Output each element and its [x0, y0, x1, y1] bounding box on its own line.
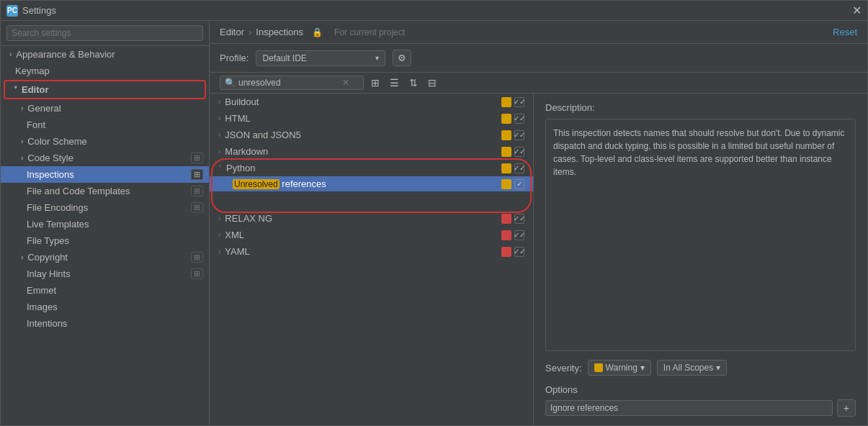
sidebar-item-images[interactable]: Images	[1, 299, 209, 315]
filter-button[interactable]: ⊞	[368, 76, 382, 90]
inspection-checkbox[interactable]: ✓	[514, 163, 524, 173]
reset-button[interactable]: Reset	[833, 27, 857, 37]
scope-select[interactable]: In All Scopes ▾	[657, 360, 727, 376]
inspection-buildout[interactable]: › Buildout ✓	[210, 94, 533, 110]
sidebar-item-label: Intentions	[27, 318, 67, 329]
sidebar-item-label: Keymap	[15, 65, 50, 76]
severity-color-indicator	[501, 97, 511, 107]
main-panel: Editor › Inspections 🔒 For current proje…	[210, 21, 867, 425]
inspection-json[interactable]: › JSON and JSON5 ✓	[210, 127, 533, 143]
add-option-button[interactable]: +	[837, 399, 856, 417]
badge-icon: ⊞	[191, 153, 203, 163]
severity-color-indicator	[501, 147, 511, 157]
sidebar-item-copyright[interactable]: › Copyright ⊞	[1, 249, 209, 266]
badge-icon: ⊞	[191, 252, 203, 263]
inspection-label: YAML	[225, 246, 498, 257]
sidebar-item-label: General	[27, 103, 61, 114]
inspection-python[interactable]: ˅ Python ✓	[210, 160, 533, 176]
sidebar-item-intentions[interactable]: Intentions	[1, 315, 209, 332]
sidebar-item-label: Copyright	[27, 252, 68, 263]
toolbar-row: 🔍 ✕ ⊞ ☰ ⇅ ⊟	[210, 73, 867, 94]
severity-color-indicator	[501, 179, 511, 189]
ignore-references-input[interactable]	[545, 400, 833, 416]
chevron-right-icon: ›	[21, 137, 23, 145]
inspection-relax-ng[interactable]: › RELAX NG ✓	[210, 210, 533, 227]
inspections-list: › Buildout ✓ › HTML ✓ ›	[210, 94, 534, 425]
sidebar-item-label: Editor	[22, 84, 49, 95]
clear-icon[interactable]: ✕	[342, 78, 349, 88]
inspection-yaml[interactable]: › YAML ✓	[210, 243, 533, 260]
sidebar-item-file-types[interactable]: File Types	[1, 232, 209, 249]
collapse-button[interactable]: ⊟	[425, 76, 439, 90]
sidebar-item-live-templates[interactable]: Live Templates	[1, 216, 209, 232]
close-button[interactable]: ✕	[852, 4, 862, 17]
severity-row: Severity: Warning ▾ In All Scopes ▾	[545, 360, 856, 376]
description-text: This inspection detects names that shoul…	[545, 119, 856, 351]
inspection-checkbox[interactable]: ✓	[514, 97, 524, 107]
inspection-checkbox[interactable]: ✓	[514, 247, 524, 257]
profile-row: Profile: Default IDE ▾ ⚙	[210, 44, 867, 73]
sidebar-item-label: Font	[27, 119, 45, 130]
inspection-label: Markdown	[225, 146, 498, 157]
severity-color-indicator	[501, 214, 511, 224]
inspection-unresolved-refs[interactable]: Unresolved references ✓	[210, 176, 533, 191]
sidebar-item-general[interactable]: › General	[1, 100, 209, 117]
options-input-row: +	[545, 399, 856, 417]
inspection-checkbox[interactable]: ✓	[514, 230, 524, 240]
sidebar-item-label: Code Style	[27, 153, 73, 163]
profile-value: Default IDE	[262, 53, 306, 63]
chevron-down-icon: ▾	[375, 54, 379, 62]
inspection-label: Python	[226, 163, 498, 173]
chevron-down-icon: ▾	[716, 363, 720, 373]
chevron-right-icon: ›	[218, 114, 220, 122]
inspection-checkbox[interactable]: ✓	[514, 114, 524, 124]
window-title: Settings	[22, 5, 56, 16]
gear-button[interactable]: ⚙	[393, 50, 411, 66]
sidebar-item-keymap[interactable]: Keymap	[1, 63, 209, 79]
inspection-html[interactable]: › HTML ✓	[210, 110, 533, 127]
sidebar-item-editor[interactable]: ˅ Editor	[5, 81, 205, 98]
severity-value: Warning	[606, 363, 637, 373]
badge-icon: ⊞	[191, 169, 203, 180]
inspection-checkbox[interactable]: ✓	[514, 179, 524, 189]
sidebar-item-font[interactable]: Font	[1, 117, 209, 133]
for-current-project: For current project	[334, 27, 405, 37]
inspection-markdown[interactable]: › Markdown ✓	[210, 143, 533, 160]
severity-color-indicator	[501, 130, 511, 140]
inspection-label: XML	[225, 230, 498, 240]
sidebar-item-inlay-hints[interactable]: Inlay Hints ⊞	[1, 266, 209, 282]
inspection-xml[interactable]: › XML ✓	[210, 227, 533, 243]
inspection-label: JSON and JSON5	[225, 130, 498, 140]
sidebar-item-label: Live Templates	[27, 219, 89, 230]
sidebar-item-color-scheme[interactable]: › Color Scheme	[1, 133, 209, 150]
search-icon: 🔍	[225, 78, 236, 88]
options-section: Options +	[545, 384, 856, 417]
inspection-checkbox[interactable]: ✓	[514, 147, 524, 157]
settings-window: PC Settings ✕ › Appearance & Behavior Ke…	[0, 0, 868, 426]
sidebar-item-inspections[interactable]: Inspections ⊞	[1, 166, 209, 183]
sidebar-item-label: File and Code Templates	[27, 186, 130, 196]
description-panel: Description: This inspection detects nam…	[534, 94, 867, 425]
inspection-checkbox[interactable]: ✓	[514, 214, 524, 224]
chevron-right-icon: ›	[218, 248, 220, 255]
sidebar-item-emmet[interactable]: Emmet	[1, 282, 209, 299]
sidebar-search-input[interactable]	[6, 25, 203, 41]
sidebar-item-code-style[interactable]: › Code Style ⊞	[1, 150, 209, 166]
inspection-checkbox[interactable]: ✓	[514, 130, 524, 140]
chevron-right-icon: ›	[21, 253, 23, 261]
description-title: Description:	[545, 102, 856, 113]
chevron-right-icon: ›	[218, 231, 220, 239]
chevron-right-icon: ›	[21, 104, 23, 112]
expand-button[interactable]: ⇅	[406, 76, 421, 90]
sidebar-item-appearance[interactable]: › Appearance & Behavior	[1, 46, 209, 63]
profile-select[interactable]: Default IDE ▾	[256, 50, 385, 66]
sort-button[interactable]: ☰	[387, 76, 402, 90]
inspection-label: Buildout	[225, 96, 498, 107]
sidebar-item-file-encodings[interactable]: File Encodings ⊞	[1, 199, 209, 216]
inspection-label: RELAX NG	[225, 213, 498, 224]
sidebar-item-file-code-templates[interactable]: File and Code Templates ⊞	[1, 183, 209, 199]
scope-value: In All Scopes	[663, 363, 713, 373]
severity-select[interactable]: Warning ▾	[588, 360, 651, 376]
filter-input[interactable]	[238, 78, 339, 88]
chevron-right-icon: ›	[218, 131, 220, 139]
